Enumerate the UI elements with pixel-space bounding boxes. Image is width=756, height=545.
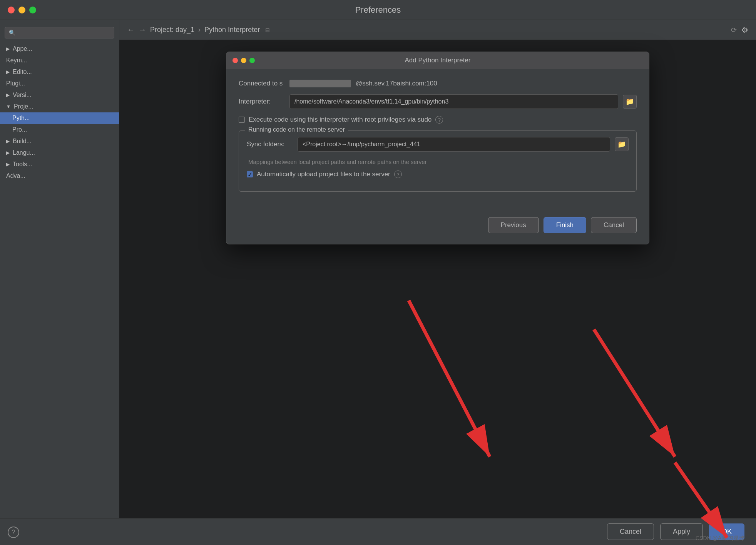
expand-arrow-icon: ▶ bbox=[6, 162, 10, 167]
sidebar-item-version[interactable]: ▶ Versi... bbox=[0, 89, 119, 101]
breadcrumb-project: Project: day_1 bbox=[150, 26, 194, 34]
modal-footer: Previous Finish Cancel bbox=[226, 209, 649, 244]
watermark: CSDN @AI研习星球 bbox=[696, 535, 744, 542]
close-button[interactable] bbox=[8, 7, 15, 13]
sidebar-item-project[interactable]: ▼ Proje... bbox=[0, 101, 119, 112]
back-button[interactable]: ← bbox=[127, 25, 135, 34]
auto-upload-row: ✓ Automatically upload project files to … bbox=[247, 171, 629, 178]
finish-button[interactable]: Finish bbox=[544, 217, 586, 233]
folder-icon: 📁 bbox=[626, 97, 634, 106]
expand-arrow-icon: ▼ bbox=[6, 104, 11, 109]
expand-arrow-icon: ▶ bbox=[6, 46, 10, 52]
search-bar[interactable]: 🔍 bbox=[5, 27, 114, 38]
sidebar-item-build[interactable]: ▶ Build... bbox=[0, 135, 119, 147]
sidebar-item-plugins[interactable]: Plugi... bbox=[0, 78, 119, 89]
sync-input[interactable] bbox=[298, 137, 610, 152]
sudo-checkbox[interactable] bbox=[239, 117, 245, 123]
remote-server-group: Running code on the remote server Sync f… bbox=[239, 130, 637, 192]
previous-button[interactable]: Previous bbox=[488, 217, 539, 233]
modal-minimize-button[interactable] bbox=[241, 58, 246, 63]
interpreter-label: Interpreter: bbox=[239, 98, 285, 105]
cancel-button[interactable]: Cancel bbox=[591, 217, 637, 233]
svg-line-1 bbox=[594, 329, 675, 457]
svg-line-0 bbox=[409, 301, 490, 457]
breadcrumb-active: Python Interpreter bbox=[204, 26, 260, 34]
gear-icon[interactable]: ⚙ bbox=[741, 25, 748, 35]
sidebar-item-python-interpreter[interactable]: Pyth... bbox=[0, 112, 119, 124]
loading-spinner-icon: ⟳ bbox=[731, 26, 737, 34]
bottom-cancel-button[interactable]: Cancel bbox=[607, 523, 654, 540]
sidebar-item-keymap[interactable]: Keym... bbox=[0, 55, 119, 66]
redacted-text bbox=[289, 80, 351, 87]
window-title: Preferences bbox=[355, 5, 401, 15]
sync-folders-row: Sync folders: 📁 bbox=[247, 137, 629, 152]
expand-arrow-icon: ▶ bbox=[6, 69, 10, 75]
connected-row: Connected to s @ssh.sev.17baishi.com:100 bbox=[239, 80, 637, 87]
modal-body: Connected to s @ssh.sev.17baishi.com:100… bbox=[226, 69, 649, 209]
sudo-help-icon[interactable]: ? bbox=[435, 116, 443, 124]
add-python-interpreter-dialog: Add Python Interpreter Connected to s @s… bbox=[226, 52, 649, 244]
help-button[interactable]: ? bbox=[8, 527, 19, 538]
sudo-label: Execute code using this interpreter with… bbox=[249, 116, 432, 124]
search-icon: 🔍 bbox=[9, 30, 15, 36]
modal-traffic-lights bbox=[232, 58, 255, 63]
modal-overlay: Add Python Interpreter Connected to s @s… bbox=[119, 40, 756, 518]
sudo-checkbox-row: Execute code using this interpreter with… bbox=[239, 116, 637, 124]
traffic-lights bbox=[8, 7, 36, 13]
browse-interpreter-button[interactable]: 📁 bbox=[623, 95, 637, 109]
content-body: Add Python Interpreter Connected to s @s… bbox=[119, 40, 756, 518]
connected-suffix: @ssh.sev.17baishi.com:100 bbox=[356, 80, 437, 87]
forward-button[interactable]: → bbox=[139, 25, 146, 34]
auto-upload-label: Automatically upload project files to th… bbox=[257, 171, 390, 178]
maximize-button[interactable] bbox=[29, 7, 36, 13]
expand-arrow-icon: ▶ bbox=[6, 139, 10, 144]
sidebar-item-tools[interactable]: ▶ Tools... bbox=[0, 159, 119, 170]
expand-arrow-icon: ▶ bbox=[6, 150, 10, 155]
auto-upload-help-icon[interactable]: ? bbox=[394, 171, 402, 178]
group-box-label: Running code on the remote server bbox=[245, 126, 348, 133]
modal-maximize-button[interactable] bbox=[249, 58, 255, 63]
main-layout: 🔍 ▶ Appe... Keym... ▶ Edito... Plugi... … bbox=[0, 20, 756, 518]
breadcrumb-separator: › bbox=[198, 26, 201, 34]
sidebar-item-appearance[interactable]: ▶ Appe... bbox=[0, 43, 119, 55]
interpreter-input[interactable] bbox=[289, 94, 618, 109]
bottom-bar: ? Cancel Apply OK CSDN @AI研习星球 bbox=[0, 518, 756, 545]
sync-label: Sync folders: bbox=[247, 140, 293, 148]
auto-upload-checkbox[interactable]: ✓ bbox=[247, 171, 253, 177]
modal-titlebar: Add Python Interpreter bbox=[226, 52, 649, 69]
content-header: ← → Project: day_1 › Python Interpreter … bbox=[119, 20, 756, 40]
sidebar-item-editor[interactable]: ▶ Edito... bbox=[0, 66, 119, 78]
sidebar-item-advanced[interactable]: Adva... bbox=[0, 170, 119, 182]
expand-arrow-icon: ▶ bbox=[6, 92, 10, 98]
sidebar-item-languages[interactable]: ▶ Langu... bbox=[0, 147, 119, 159]
modal-title: Add Python Interpreter bbox=[405, 57, 470, 64]
sync-hint: Mappings between local project paths and… bbox=[248, 159, 629, 165]
sidebar: 🔍 ▶ Appe... Keym... ▶ Edito... Plugi... … bbox=[0, 20, 119, 518]
minimize-button[interactable] bbox=[18, 7, 25, 13]
header-actions: ⟳ ⚙ bbox=[731, 25, 748, 35]
title-bar: Preferences bbox=[0, 0, 756, 20]
edit-icon: ⊟ bbox=[265, 27, 270, 33]
interpreter-row: Interpreter: 📁 bbox=[239, 94, 637, 109]
folder-icon: 📁 bbox=[617, 140, 626, 149]
connected-label: Connected to s bbox=[239, 80, 285, 87]
content-area: ← → Project: day_1 › Python Interpreter … bbox=[119, 20, 756, 518]
browse-sync-button[interactable]: 📁 bbox=[615, 137, 629, 151]
sidebar-item-project-structure[interactable]: Pro... bbox=[0, 124, 119, 135]
modal-close-button[interactable] bbox=[232, 58, 238, 63]
